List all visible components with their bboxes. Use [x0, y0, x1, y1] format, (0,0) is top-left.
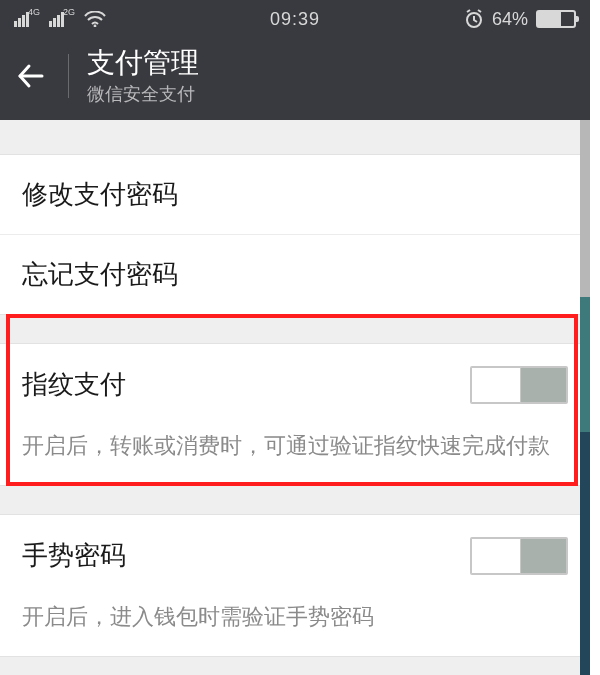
row-label: 指纹支付 — [22, 367, 126, 402]
nav-header: 支付管理 微信安全支付 — [0, 38, 590, 120]
fingerprint-description: 开启后，转账或消费时，可通过验证指纹快速完成付款 — [0, 418, 590, 485]
screenshot-edge — [580, 0, 590, 675]
row-label: 修改支付密码 — [22, 177, 178, 212]
row-fingerprint-pay[interactable]: 指纹支付 — [0, 344, 590, 418]
settings-group-password: 修改支付密码 忘记支付密码 — [0, 154, 590, 315]
gesture-description: 开启后，进入钱包时需验证手势密码 — [0, 589, 590, 656]
status-bar: 4G 2G 09:39 64% — [0, 0, 590, 38]
signal-icon: 4G — [14, 12, 41, 27]
signal-2-label: 2G — [63, 8, 75, 17]
signal-icon: 2G — [49, 12, 76, 27]
row-label: 忘记支付密码 — [22, 257, 178, 292]
settings-group-fingerprint: 指纹支付 开启后，转账或消费时，可通过验证指纹快速完成付款 — [0, 343, 590, 486]
wifi-icon — [84, 11, 106, 27]
section-gap — [0, 315, 590, 343]
row-gesture-password[interactable]: 手势密码 — [0, 515, 590, 589]
back-button[interactable] — [10, 52, 50, 100]
battery-icon — [536, 10, 576, 28]
row-forgot-payment-password[interactable]: 忘记支付密码 — [0, 234, 590, 314]
nav-divider — [68, 54, 69, 98]
fingerprint-toggle[interactable] — [470, 366, 568, 404]
page-title: 支付管理 — [87, 46, 199, 80]
section-gap — [0, 486, 590, 514]
signal-1-label: 4G — [28, 8, 40, 17]
settings-group-gesture: 手势密码 开启后，进入钱包时需验证手势密码 — [0, 514, 590, 657]
battery-percentage: 64% — [492, 9, 528, 30]
row-label: 手势密码 — [22, 538, 126, 573]
svg-point-0 — [94, 25, 97, 27]
row-change-payment-password[interactable]: 修改支付密码 — [0, 155, 590, 234]
gesture-toggle[interactable] — [470, 537, 568, 575]
alarm-icon — [464, 9, 484, 29]
page-subtitle: 微信安全支付 — [87, 82, 199, 106]
section-gap — [0, 120, 590, 154]
